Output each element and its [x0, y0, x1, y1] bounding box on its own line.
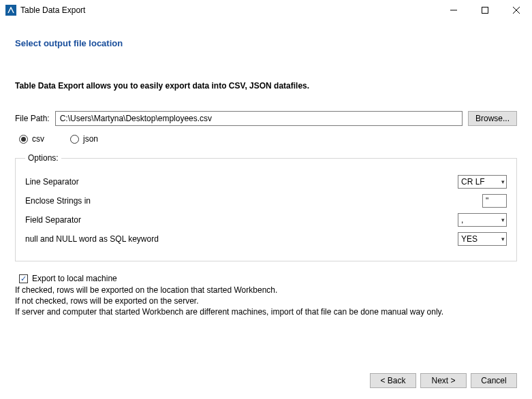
option-line-separator: Line Separator CR LF ▾	[25, 175, 507, 189]
svg-rect-1	[482, 7, 488, 14]
options-legend: Options:	[25, 153, 61, 163]
format-radio-csv[interactable]: csv	[19, 134, 44, 144]
radio-label: json	[83, 134, 98, 144]
title-bar: Table Data Export	[0, 0, 532, 20]
line-separator-select[interactable]: CR LF ▾	[458, 175, 507, 189]
chevron-down-icon: ▾	[501, 236, 505, 242]
option-field-separator: Field Separator , ▾	[25, 213, 507, 227]
back-button[interactable]: < Back	[370, 373, 416, 388]
option-label: Line Separator	[25, 177, 458, 187]
format-radio-json[interactable]: json	[70, 134, 98, 144]
radio-label: csv	[32, 134, 44, 144]
page-description: Table Data Export allows you to easily e…	[15, 81, 517, 91]
maximize-button[interactable]	[469, 0, 501, 20]
null-keyword-select[interactable]: YES ▾	[458, 232, 507, 246]
file-path-input[interactable]	[55, 111, 463, 126]
option-null-keyword: null and NULL word as SQL keyword YES ▾	[25, 232, 507, 246]
export-local-help: If checked, rows will be exported on the…	[15, 285, 517, 318]
page-heading: Select output file location	[15, 38, 517, 48]
input-value: "	[486, 196, 488, 206]
option-enclose-strings: Enclose Strings in "	[25, 194, 507, 208]
close-button[interactable]	[501, 0, 532, 20]
help-line: If server and computer that started Work…	[15, 306, 517, 317]
field-separator-select[interactable]: , ▾	[458, 213, 507, 227]
app-icon	[5, 5, 16, 16]
footer-buttons: < Back Next > Cancel	[370, 373, 517, 388]
select-value: YES	[461, 234, 478, 244]
checkbox-icon: ✓	[19, 274, 28, 283]
window-title: Table Data Export	[20, 5, 85, 15]
option-label: Field Separator	[25, 215, 458, 225]
file-path-label: File Path:	[15, 114, 50, 123]
cancel-button[interactable]: Cancel	[471, 373, 517, 388]
chevron-down-icon: ▾	[501, 217, 505, 223]
select-value: CR LF	[461, 177, 485, 187]
radio-icon	[70, 135, 79, 144]
option-label: Enclose Strings in	[25, 196, 482, 206]
options-group: Options: Line Separator CR LF ▾ Enclose …	[15, 153, 517, 261]
help-line: If checked, rows will be exported on the…	[15, 285, 517, 296]
browse-button[interactable]: Browse...	[468, 111, 517, 126]
select-value: ,	[461, 215, 463, 225]
format-radio-group: csv json	[19, 134, 517, 144]
minimize-button[interactable]	[438, 0, 469, 20]
enclose-strings-input[interactable]: "	[482, 194, 507, 208]
option-label: null and NULL word as SQL keyword	[25, 234, 458, 244]
export-local-checkbox-row[interactable]: ✓ Export to local machine	[19, 274, 517, 283]
radio-icon	[19, 135, 28, 144]
chevron-down-icon: ▾	[501, 178, 505, 185]
help-line: If not checked, rows will be exported on…	[15, 296, 517, 306]
next-button[interactable]: Next >	[420, 373, 467, 388]
file-path-row: File Path: Browse...	[15, 111, 517, 126]
checkbox-label: Export to local machine	[32, 274, 117, 283]
